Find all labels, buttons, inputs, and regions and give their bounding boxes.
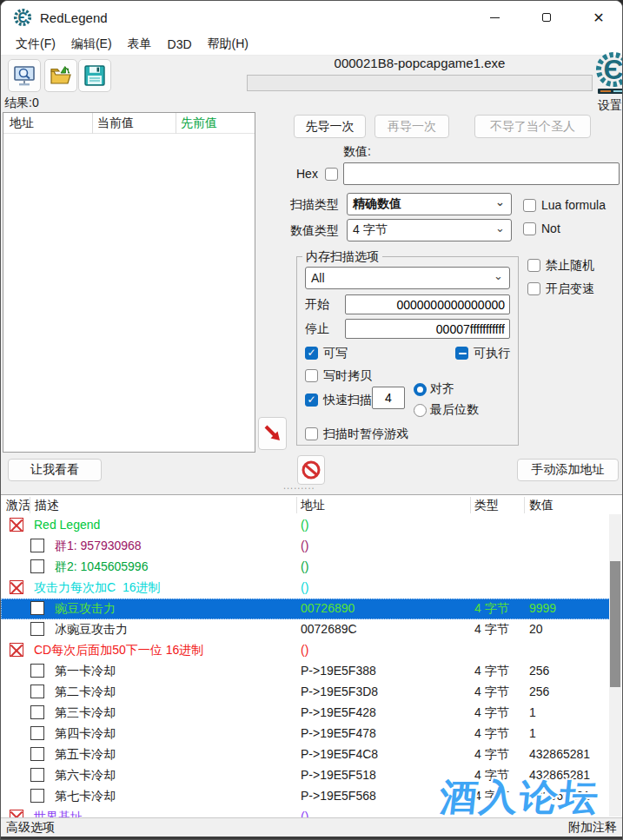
advanced-options-link[interactable]: 高级选项 [6,820,55,836]
next-scan-button[interactable]: 再导一次 [374,115,449,138]
row-checkbox[interactable] [30,664,44,678]
row-address: P->19E5F428 [301,705,376,719]
select-process-button[interactable] [8,59,41,92]
table-row[interactable]: 第二卡冷却P->19E5F3D84 字节256 [1,682,610,703]
table-row[interactable]: 群2: 1045605996() [1,557,610,578]
row-checkbox[interactable] [30,726,44,740]
column-divider [470,497,471,513]
add-selected-address-button[interactable] [258,417,287,450]
disable-random-label: 禁止随机 [546,258,594,274]
scan-value-input[interactable] [343,162,620,185]
copy-on-write-checkbox[interactable] [305,369,318,382]
close-button[interactable]: ✕ [579,1,619,34]
row-address: 00726890 [301,601,355,615]
table-row[interactable]: 第四卡冷却P->19E5F4784 字节1 [1,724,610,744]
executable-label: 可执行 [474,346,510,361]
memory-region-select[interactable]: All ⌄ [305,267,510,289]
start-address-input[interactable] [345,294,510,314]
speedhack-checkbox[interactable] [527,282,540,295]
table-row[interactable]: 第三卡冷却P->19E5F4284 字节1 [1,703,610,724]
maximize-icon [542,13,551,22]
column-divider [30,497,30,513]
minimize-button[interactable] [474,1,514,34]
fast-scan-checkbox[interactable] [305,394,318,407]
writable-checkbox[interactable] [305,347,318,360]
undo-scan-button[interactable]: 不导了当个圣人 [474,115,591,138]
row-checkbox[interactable] [30,768,44,782]
stop-address-input[interactable] [345,319,510,339]
row-address: P->19E5F4C8 [301,747,378,761]
menu-d3d[interactable]: D3D [160,35,200,54]
memory-view-button[interactable]: 让我看看 [8,459,102,481]
cancel-scan-button[interactable] [297,455,325,485]
row-type: 4 字节 [474,685,509,700]
disable-random-checkbox[interactable] [527,259,540,272]
value-type-label: 数值类型 [290,223,339,239]
row-checkbox[interactable] [30,601,44,615]
table-row[interactable]: Red Legend() [1,515,610,536]
table-row[interactable]: 豌豆攻击力007268904 字节9999 [1,599,610,619]
menu-file[interactable]: 文件(F) [8,34,63,55]
scan-type-select[interactable]: 精确数值 ⌄ [347,193,512,215]
row-checkbox-x[interactable] [10,518,23,532]
menu-help[interactable]: 帮助(H) [200,34,256,55]
pause-game-checkbox[interactable] [305,427,318,440]
table-row[interactable]: CD每次后面加50下一位 16进制() [1,640,610,661]
found-address-list[interactable]: 地址 当前值 先前值 [3,112,255,453]
save-table-button[interactable] [78,59,111,92]
svg-text:Є: Є [17,10,27,25]
row-checkbox-x[interactable] [10,643,23,657]
table-row[interactable]: 群1: 957930968() [1,536,610,557]
row-type: 4 字节 [474,664,509,679]
maximize-button[interactable] [527,1,567,34]
align-radio[interactable] [414,383,427,396]
menu-edit[interactable]: 编辑(E) [63,34,120,55]
table-scrollbar[interactable] [609,514,621,817]
col-description: 描述 [35,498,59,513]
comments-link[interactable]: 附加注释 [568,820,617,836]
row-description: 第五卡冷却 [55,747,116,763]
address-table-header: 激活 描述 地址 类型 数值 [1,495,623,515]
row-checkbox[interactable] [30,705,44,719]
row-description: 第七卡冷却 [55,789,116,804]
row-checkbox[interactable] [30,622,44,636]
menu-bar: 文件(F) 编辑(E) 表单 D3D 帮助(H) [1,34,622,56]
row-value: 9999 [529,601,556,615]
fast-scan-alignment-input[interactable] [372,387,405,409]
not-checkbox[interactable] [523,222,536,235]
row-checkbox-x[interactable] [10,580,23,594]
row-address: P->19E5F518 [301,768,376,782]
scrollbar-thumb[interactable] [610,561,620,687]
row-checkbox[interactable] [30,789,44,803]
lua-formula-checkbox[interactable] [523,199,536,212]
row-checkbox[interactable] [30,747,44,761]
no-entry-icon [301,460,321,480]
menu-table[interactable]: 表单 [120,34,160,55]
last-digits-radio[interactable] [414,404,427,417]
add-address-manually-button[interactable]: 手动添加地址 [517,459,619,481]
floppy-save-icon [83,63,107,88]
table-row[interactable]: 冰豌豆攻击力0072689C4 字节20 [1,619,610,640]
chevron-down-icon: ⌄ [495,222,505,235]
stop-label: 停止 [305,321,329,337]
table-row[interactable]: 第五卡冷却P->19E5F4C84 字节432865281 [1,744,610,765]
found-col-current: 当前值 [97,116,134,131]
copy-on-write-label: 写时拷贝 [323,368,372,384]
settings-link[interactable]: 设置 [598,98,622,114]
splitter-handle[interactable]: ∙∙∙∙∙∙∙∙∙ [283,482,315,493]
row-address: P->19E5F3D8 [301,685,378,698]
table-row[interactable]: 攻击力每次加C 16进制() [1,578,610,599]
hex-checkbox[interactable] [325,168,338,181]
col-active: 激活 [6,498,30,513]
row-checkbox[interactable] [30,539,44,552]
open-table-button[interactable] [44,59,77,92]
cheat-engine-logo[interactable]: Є [594,50,623,99]
value-type-select[interactable]: 4 字节 ⌄ [347,219,512,241]
row-checkbox[interactable] [30,685,44,698]
executable-checkbox[interactable] [455,347,468,360]
first-scan-button[interactable]: 先导一次 [294,115,366,138]
table-row[interactable]: 第一卡冷却P->19E5F3884 字节256 [1,661,610,682]
row-checkbox-x[interactable] [10,810,23,817]
row-checkbox[interactable] [30,559,44,573]
row-description: 第一卡冷却 [55,664,116,679]
